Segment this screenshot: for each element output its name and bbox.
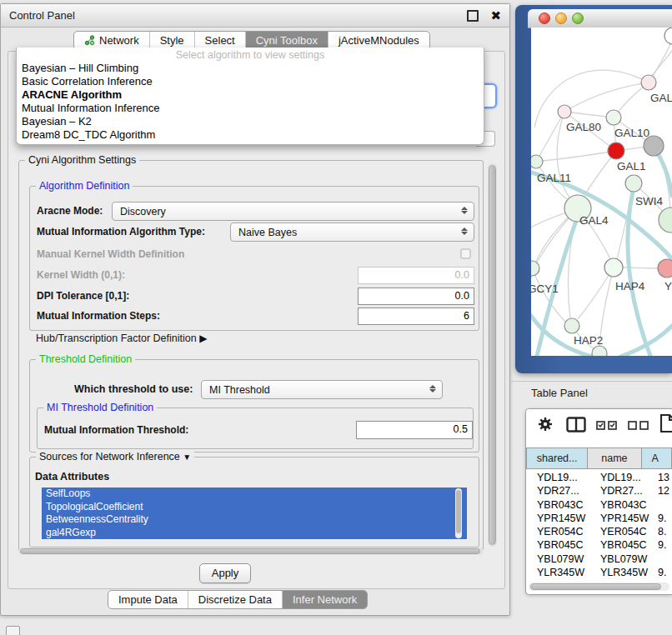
network-node-gal10[interactable]	[606, 110, 621, 125]
network-window-titlebar[interactable]	[528, 9, 672, 28]
tab-cyni-toolbox[interactable]: Cyni Toolbox	[246, 32, 328, 49]
sources-title[interactable]: Sources for Network Inference ▼	[36, 451, 194, 462]
tab-select[interactable]: Select	[195, 32, 246, 49]
network-node-label: HAP2	[574, 334, 603, 347]
expanded-arrow-icon[interactable]: ▼	[183, 452, 191, 462]
data-attributes-list[interactable]: SelfLoopsTopologicalCoefficientBetweenne…	[42, 488, 467, 540]
column-header-third[interactable]: A	[641, 448, 672, 469]
settings-horizontal-scrollbar[interactable]	[18, 548, 484, 555]
aracne-mode-combo[interactable]: Discovery	[112, 202, 474, 221]
network-node[interactable]	[592, 346, 607, 356]
collapsed-arrow-icon[interactable]: ▶	[199, 332, 207, 344]
network-node-gal1[interactable]	[608, 142, 624, 159]
split-columns-icon[interactable]	[566, 417, 586, 432]
unselect-all-checkboxes-icon[interactable]	[628, 421, 649, 430]
minimize-traffic-light[interactable]	[555, 12, 567, 24]
table-cell: YBR045C	[600, 539, 647, 551]
data-attribute-item[interactable]: gal4RGexp	[42, 527, 467, 540]
table-horizontal-scrollbar[interactable]	[529, 582, 669, 591]
mi-algorithm-type-combo[interactable]: Naive Bayes	[230, 222, 474, 242]
network-node-gal11[interactable]	[531, 155, 543, 168]
network-edge-highlighted[interactable]	[655, 149, 672, 196]
tab-infer-network[interactable]: Infer Network	[283, 591, 367, 608]
kernel-width-field[interactable]: 0.0	[358, 267, 474, 284]
manual-kernel-checkbox[interactable]	[460, 248, 471, 259]
network-node[interactable]	[659, 208, 672, 232]
algorithm-option[interactable]: Basic Correlation Inference	[17, 75, 484, 88]
algorithm-option[interactable]: Bayesian – K2	[17, 115, 484, 128]
algorithm-option[interactable]: Mutual Information Inference	[17, 102, 484, 115]
aracne-mode-label: Aracne Mode:	[37, 205, 103, 217]
table-row[interactable]: YPR145WYPR145W9.	[528, 512, 672, 525]
table-body[interactable]: YDL19...YDL19...13YDR27...YDR27...12YBR0…	[528, 471, 672, 579]
select-all-checkboxes-icon[interactable]	[596, 421, 618, 430]
network-edge[interactable]	[650, 51, 672, 78]
mi-threshold-field[interactable]: 0.5	[356, 421, 473, 439]
algorithm-option[interactable]: Bayesian – Hill Climbing	[17, 62, 484, 75]
float-window-icon[interactable]	[467, 10, 479, 22]
attributes-list-scrollbar[interactable]	[455, 488, 462, 538]
network-node-y[interactable]	[658, 259, 672, 278]
network-edge[interactable]	[534, 70, 649, 128]
table-panel-divider	[511, 381, 672, 382]
tab-discretize-data[interactable]: Discretize Data	[188, 591, 283, 608]
network-canvas[interactable]: GALGAL80GAL10GAL1GAL11GAL4SWI4GCY1HAP4YH…	[531, 28, 672, 356]
network-node-gal[interactable]	[641, 75, 656, 90]
apply-button[interactable]: Apply	[199, 563, 251, 583]
table-row[interactable]: YBR043CYBR043C	[528, 498, 672, 512]
tab-jactivemnodules-label: jActiveMNodules	[339, 34, 419, 47]
table-row[interactable]: YBR045CYBR045C9.	[528, 538, 672, 552]
close-traffic-light[interactable]	[539, 12, 550, 24]
algorithm-option[interactable]: Dream8 DC_TDC Algorithm	[17, 128, 484, 142]
table-row[interactable]: YLR345WYLR345W9.	[528, 566, 672, 579]
close-icon[interactable]: ✖	[490, 9, 501, 22]
network-edge-highlighted[interactable]	[628, 192, 650, 356]
network-node-hap4[interactable]	[604, 258, 623, 277]
table-row[interactable]: YBL079WYBL079W	[528, 552, 672, 566]
tab-jactivemnodules[interactable]: jActiveMNodules	[328, 32, 429, 49]
network-graph[interactable]: GALGAL80GAL10GAL1GAL11GAL4SWI4GCY1HAP4YH…	[531, 28, 672, 356]
combo-spinner-icon	[461, 227, 468, 236]
data-attribute-item[interactable]: TopologicalCoefficient	[42, 501, 467, 514]
tab-network[interactable]: Network	[74, 32, 150, 49]
network-node[interactable]	[664, 28, 672, 44]
minimized-panel-icon[interactable]	[6, 626, 20, 635]
gear-icon[interactable]	[537, 416, 554, 432]
algorithm-dropdown-popup: Select algorithm to view settings Bayesi…	[16, 48, 484, 145]
zoom-traffic-light[interactable]	[572, 12, 584, 24]
algorithm-option[interactable]: ARACNE Algorithm	[17, 88, 484, 102]
which-threshold-combo[interactable]: MI Threshold	[201, 380, 443, 399]
data-attribute-item[interactable]: SelfLoops	[42, 488, 467, 501]
data-attribute-item[interactable]: BetweennessCentrality	[42, 513, 467, 527]
control-panel-titlebar[interactable]: Control Panel ✖	[1, 4, 509, 28]
tab-style[interactable]: Style	[150, 32, 195, 49]
mi-steps-field[interactable]: 6	[358, 308, 474, 325]
network-edge[interactable]	[543, 151, 616, 161]
column-header-name[interactable]: name	[587, 448, 640, 469]
tab-impute-data[interactable]: Impute Data	[108, 591, 188, 608]
column-header-shared-name[interactable]: shared...	[526, 448, 587, 469]
network-node-gcy1[interactable]	[531, 261, 539, 276]
cyni-algorithm-settings-title: Cyni Algorithm Settings	[25, 154, 139, 166]
network-edge[interactable]	[564, 82, 649, 112]
hub-definition-section[interactable]: Hub/Transcription Factor Definition ▶	[36, 332, 207, 344]
network-node-swi4[interactable]	[625, 175, 642, 192]
network-node-label: SWI4	[635, 195, 663, 208]
settings-vertical-scrollbar[interactable]	[488, 163, 497, 547]
document-icon[interactable]	[659, 413, 672, 433]
network-edge[interactable]	[536, 112, 564, 162]
network-node-hap2[interactable]	[564, 318, 579, 333]
network-node-gal80[interactable]	[558, 105, 571, 118]
network-node[interactable]	[644, 136, 664, 156]
network-node-label: HAP4	[615, 280, 645, 292]
table-panel-window: shared... name A YDL19...YDL19...13YDR27…	[525, 408, 672, 595]
table-cell: YBL079W	[537, 553, 584, 565]
network-view-window[interactable]: GALGAL80GAL10GAL1GAL11GAL4SWI4GCY1HAP4YH…	[515, 5, 672, 373]
table-row[interactable]: YDR27...YDR27...12	[528, 484, 672, 498]
inference-algorithm-combo-fragment[interactable]	[483, 83, 497, 108]
dpi-tolerance-field[interactable]: 0.0	[358, 288, 474, 305]
table-row[interactable]: YER054CYER054C8.	[528, 525, 672, 538]
table-row[interactable]: YDL19...YDL19...13	[528, 471, 672, 484]
which-threshold-value: MI Threshold	[209, 384, 270, 396]
kernel-width-label: Kernel Width (0,1):	[37, 269, 125, 281]
